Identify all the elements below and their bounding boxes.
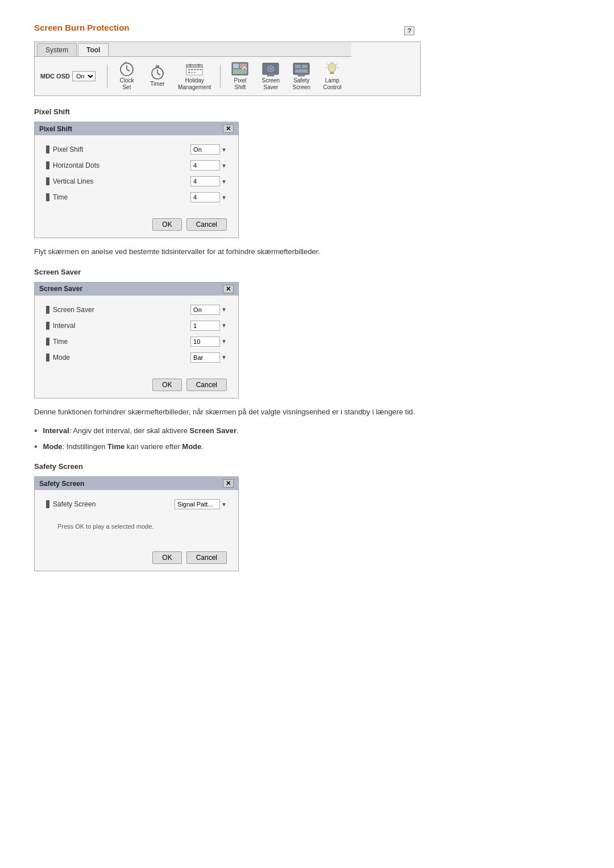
lamp-control-label: LampControl xyxy=(323,77,341,91)
mdc-osd-select[interactable]: On Off xyxy=(72,71,96,81)
pixel-shift-description: Flyt skærmen en anelse ved bestemte tids… xyxy=(34,246,432,258)
screen-saver-control-1: ▼ xyxy=(190,321,227,331)
bullet-item-interval: • Interval: Angiv det interval, der skal… xyxy=(34,425,432,437)
svg-rect-6 xyxy=(156,65,159,67)
ss-dropdown-arrow-2[interactable]: ▼ xyxy=(221,338,227,344)
screen-saver-row-0: Screen Saver ▼ xyxy=(46,305,227,315)
safety-screen-cancel-button[interactable]: Cancel xyxy=(186,551,227,564)
svg-line-36 xyxy=(327,64,328,65)
screen-saver-control-3: ▼ xyxy=(190,352,227,363)
screen-saver-row-1: Interval ▼ xyxy=(46,321,227,331)
dropdown-arrow-1[interactable]: ▼ xyxy=(221,163,227,169)
safety-screen-ok-button[interactable]: OK xyxy=(152,551,181,564)
svg-rect-17 xyxy=(191,72,193,73)
screen-saver-label-2: Time xyxy=(53,338,68,346)
svg-rect-28 xyxy=(302,65,308,68)
svg-rect-13 xyxy=(194,69,196,70)
screen-saver-dialog-title: Screen Saver xyxy=(39,285,82,293)
bullet-item-mode: • Mode: Indstillingen Time kan variere e… xyxy=(34,441,432,452)
help-button[interactable]: ? xyxy=(404,26,414,35)
svg-point-31 xyxy=(328,63,336,72)
svg-rect-32 xyxy=(330,72,334,73)
toolbar-container: System Tool MDC OSD On Off xyxy=(34,41,421,96)
screen-saver-description: Denne funktionen forhindrer skærmefterbi… xyxy=(34,406,432,418)
toolbar-tabs: System Tool xyxy=(35,42,351,57)
toolbar-item-holiday[interactable]: HolidayManagement xyxy=(175,60,214,92)
safety-screen-input-0[interactable] xyxy=(175,499,220,509)
toolbar-item-safety-screen[interactable]: SafetyScreen xyxy=(288,60,315,92)
svg-rect-14 xyxy=(197,69,198,70)
svg-rect-8 xyxy=(186,65,203,68)
safety-screen-footer: OK Cancel xyxy=(35,547,238,571)
screen-saver-footer: OK Cancel xyxy=(35,374,238,398)
screen-saver-input-3[interactable] xyxy=(190,352,220,363)
svg-rect-33 xyxy=(330,73,334,74)
dropdown-arrow-2[interactable]: ▼ xyxy=(221,178,227,185)
pixel-shift-ok-button[interactable]: OK xyxy=(152,218,181,231)
ss-dropdown-arrow-3[interactable]: ▼ xyxy=(221,354,227,360)
pixel-shift-dialog: Pixel Shift ✕ Pixel Shift ▼ Horizontal D… xyxy=(34,122,239,238)
tab-tool[interactable]: Tool xyxy=(78,43,109,56)
pixel-shift-cancel-button[interactable]: Cancel xyxy=(186,218,227,231)
holiday-label: HolidayManagement xyxy=(178,77,211,91)
ss-dropdown-arrow-0[interactable]: ▼ xyxy=(221,306,227,313)
page-title: Screen Burn Protection xyxy=(34,23,580,32)
pixel-shift-dialog-title: Pixel Shift xyxy=(39,125,72,133)
screen-saver-close-button[interactable]: ✕ xyxy=(223,285,234,293)
pixel-shift-input-3[interactable] xyxy=(190,192,220,202)
safety-screen-section-title: Safety Screen xyxy=(34,462,580,471)
row-indicator xyxy=(46,146,49,153)
toolbar-divider xyxy=(107,65,107,88)
ss-row-indicator-0 xyxy=(46,306,49,314)
screen-saver-ok-button[interactable]: OK xyxy=(152,379,181,391)
safety-screen-control-0: ▼ xyxy=(175,499,227,509)
ss-row-indicator-1 xyxy=(46,322,49,330)
safety-screen-close-button[interactable]: ✕ xyxy=(223,479,234,488)
svg-line-2 xyxy=(127,69,130,71)
screen-saver-icon xyxy=(262,61,280,77)
screen-saver-input-2[interactable] xyxy=(190,337,220,347)
toolbar-item-lamp-control[interactable]: LampControl xyxy=(318,60,346,92)
screen-saver-input-0[interactable] xyxy=(190,305,220,315)
screen-saver-control-0: ▼ xyxy=(190,305,227,315)
pixel-shift-section-title: Pixel Shift xyxy=(34,107,580,116)
toolbar-item-screen-saver[interactable]: ScreenSaver xyxy=(257,60,284,92)
bullet-dot-1: • xyxy=(34,441,38,452)
dropdown-arrow-3[interactable]: ▼ xyxy=(221,194,227,201)
pixel-shift-row-1: Horizontal Dots ▼ xyxy=(46,160,227,171)
pixel-shift-control-0: ▼ xyxy=(190,144,227,155)
pixel-shift-label: PixelShift xyxy=(234,77,246,91)
screen-saver-title-bar: Screen Saver ✕ xyxy=(35,283,238,296)
pixel-shift-row-2: Vertical Lines ▼ xyxy=(46,176,227,186)
tab-system[interactable]: System xyxy=(37,43,77,56)
svg-rect-21 xyxy=(240,64,247,68)
pixel-shift-close-button[interactable]: ✕ xyxy=(223,124,234,133)
screen-saver-bullet-list: • Interval: Angiv det interval, der skal… xyxy=(34,425,580,452)
toolbar-item-clock-set[interactable]: ClockSet xyxy=(113,60,140,92)
pixel-shift-input-2[interactable] xyxy=(190,176,220,186)
safety-screen-dialog-title: Safety Screen xyxy=(39,480,84,488)
ss-dropdown-arrow-1[interactable]: ▼ xyxy=(221,322,227,329)
toolbar-item-pixel-shift[interactable]: PixelShift xyxy=(226,60,254,92)
safety-screen-row-0: Safety Screen ▼ xyxy=(46,499,227,509)
svg-rect-22 xyxy=(233,69,247,74)
clock-set-label: ClockSet xyxy=(119,77,134,91)
pixel-shift-body: Pixel Shift ▼ Horizontal Dots ▼ Vertical… xyxy=(35,135,238,214)
toolbar-item-timer[interactable]: Timer xyxy=(144,64,171,89)
pixel-shift-input-0[interactable] xyxy=(190,144,220,155)
screen-saver-input-1[interactable] xyxy=(190,321,220,331)
dropdown-arrow-0[interactable]: ▼ xyxy=(221,147,227,153)
svg-line-5 xyxy=(157,73,160,75)
screen-saver-cancel-button[interactable]: Cancel xyxy=(186,379,227,391)
pixel-shift-row-3: Time ▼ xyxy=(46,192,227,202)
safety-screen-title-bar: Safety Screen ✕ xyxy=(35,477,238,490)
ss2-dropdown-arrow-0[interactable]: ▼ xyxy=(221,501,227,508)
ss-row-indicator-3 xyxy=(46,354,49,362)
screen-saver-row-2: Time ▼ xyxy=(46,337,227,347)
safety-screen-info-text: Press OK to play a selected mode. xyxy=(46,521,227,535)
pixel-shift-input-1[interactable] xyxy=(190,160,220,171)
pixel-shift-control-3: ▼ xyxy=(190,192,227,202)
toolbar-divider-2 xyxy=(220,65,221,88)
pixel-shift-footer: OK Cancel xyxy=(35,214,238,238)
mdc-osd-label: MDC OSD xyxy=(40,73,70,80)
